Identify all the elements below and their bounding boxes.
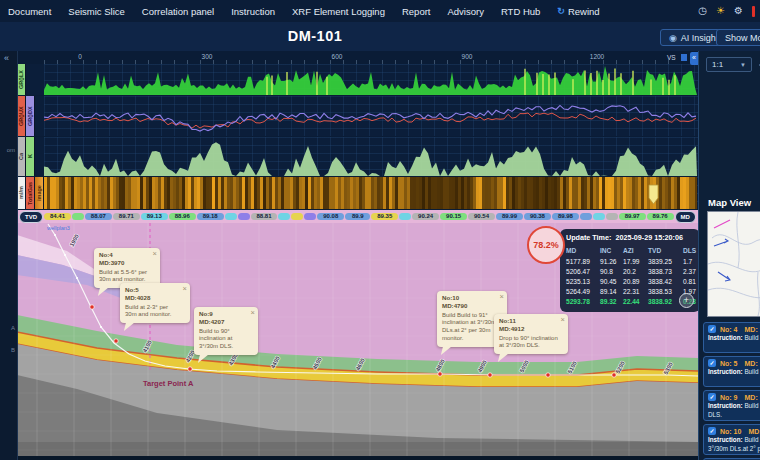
image-log-stripe xyxy=(524,177,527,209)
image-log-stripe xyxy=(548,177,551,209)
survey-column-header: DLS xyxy=(683,245,697,256)
track-curve-label: ml/m xyxy=(17,177,26,209)
zoom-in-button[interactable]: + xyxy=(679,293,694,308)
image-log-stripe xyxy=(536,177,539,209)
md-strip-chip: 90.24 xyxy=(412,213,439,220)
image-log-stripe xyxy=(425,177,428,209)
instruction-no: No: 5 xyxy=(720,360,738,367)
image-log-stripe xyxy=(614,177,617,209)
image-log-stripe xyxy=(161,177,164,209)
image-log-stripe xyxy=(635,177,638,209)
image-log-stripe xyxy=(305,177,308,209)
md-strip-chip xyxy=(580,213,592,220)
menu-item-correlation-panel[interactable]: Correlation panel xyxy=(142,6,214,17)
image-log-stripe xyxy=(578,177,581,209)
history-icon[interactable]: ◷ xyxy=(698,6,707,16)
instruction-md-label: MD: xyxy=(745,394,758,401)
image-log-stripe xyxy=(527,177,530,209)
menu-item-instruction[interactable]: Instruction xyxy=(231,6,275,17)
md-strip-chip: 89.71 xyxy=(113,213,140,220)
image-log-stripe xyxy=(392,177,395,209)
collapse-left-icon[interactable]: « xyxy=(0,51,17,63)
checkbox-checked[interactable]: ✓ xyxy=(708,359,716,367)
menu-item-rewind[interactable]: ↻Rewind xyxy=(557,6,599,17)
md-strip-chip: 89.13 xyxy=(141,213,168,220)
image-log-stripe xyxy=(521,177,524,209)
vs-axis-label: VS xyxy=(667,54,676,61)
collapse-right-panel-tab[interactable]: « xyxy=(690,52,698,65)
close-icon[interactable]: × xyxy=(153,249,157,258)
md-strip-chip: 90.15 xyxy=(440,213,467,220)
image-log-stripe xyxy=(98,177,101,209)
instruction-card[interactable]: ✓No: 4MD:3970Instruction: Build at 5.5-6… xyxy=(703,322,760,353)
menu-item-rtd-hub[interactable]: RTD Hub xyxy=(501,6,540,17)
image-log-stripe xyxy=(395,177,398,209)
instruction-card[interactable]: ✓No: 5MD:4028Instruction: Build at 2-3° … xyxy=(703,356,760,387)
image-log-stripe xyxy=(473,177,476,209)
menu-item-seismic-slice[interactable]: Seismic Slice xyxy=(68,6,125,17)
image-log-stripe xyxy=(587,177,590,209)
image-log-stripe xyxy=(296,177,299,209)
image-log-stripe xyxy=(683,177,686,209)
image-log-stripe xyxy=(260,177,263,209)
theme-icon[interactable]: ☀ xyxy=(716,6,725,16)
instruction-card[interactable]: ✓No: 9MD:4207Instruction: Build to 90° i… xyxy=(703,390,760,421)
image-log-stripe xyxy=(47,177,50,209)
close-icon[interactable]: × xyxy=(561,315,565,324)
menu-item-document[interactable]: Document xyxy=(8,6,51,17)
instruction-text: Instruction: Build at 2-3° per 30m and m… xyxy=(708,368,760,377)
settings-icon[interactable]: ⚙ xyxy=(734,6,743,16)
image-log-stripe xyxy=(179,177,182,209)
track-curve-label: TotalGas xyxy=(26,177,35,209)
image-log-stripe xyxy=(308,177,311,209)
image-log-stripe xyxy=(431,177,434,209)
close-icon[interactable]: × xyxy=(183,284,187,293)
instruction-md-label: MD: xyxy=(745,360,758,367)
image-log-stripe xyxy=(227,177,230,209)
tvd-axis-pill[interactable]: TVD xyxy=(19,211,43,223)
image-log-stripe xyxy=(107,177,110,209)
scale-select[interactable]: 1:1 ▼ xyxy=(706,57,752,72)
checkbox-checked[interactable]: ✓ xyxy=(708,325,716,333)
checkbox-checked[interactable]: ✓ xyxy=(708,427,716,435)
image-log-stripe xyxy=(56,177,59,209)
image-log-stripe xyxy=(143,177,146,209)
image-log-stripe xyxy=(677,177,680,209)
image-log-stripe xyxy=(446,177,449,209)
menu-item-report[interactable]: Report xyxy=(402,6,431,17)
instruction-label: Instruction: xyxy=(708,334,744,341)
md-strip-chip: 84.41 xyxy=(44,213,71,220)
image-log-stripe xyxy=(485,177,488,209)
menu-item-advisory[interactable]: Advisory xyxy=(447,6,483,17)
survey-cell: 22.44 xyxy=(623,296,646,306)
close-icon[interactable]: × xyxy=(251,308,255,317)
left-rail-fragment: A xyxy=(11,325,15,331)
ruler-tick-label: 1200 xyxy=(590,53,604,60)
image-log-stripe xyxy=(551,177,554,209)
show-model-button[interactable]: Show Model xyxy=(716,29,760,46)
image-log-stripe xyxy=(530,177,533,209)
survey-cell: 1.7 xyxy=(683,256,697,266)
image-log-stripe xyxy=(287,177,290,209)
image-log-stripe xyxy=(176,177,179,209)
image-log-stripe xyxy=(290,177,293,209)
instruction-card[interactable]: ✓No: 10MD:4790Instruction: Build Build t… xyxy=(703,424,760,455)
callout-title: No:9MD:4207 xyxy=(199,310,248,326)
right-sidebar: 1:1 ▼ Map View ✓No: 4MD:3970Instruction:… xyxy=(698,51,760,460)
image-log-stripe xyxy=(479,177,482,209)
instruction-callout: No:5MD:4028×Build at 2-3° per 30m and mo… xyxy=(120,283,190,323)
md-strip-chip: 89.35 xyxy=(371,213,398,220)
image-log-stripe xyxy=(674,177,677,209)
checkbox-checked[interactable]: ✓ xyxy=(708,393,716,401)
image-log-stripe xyxy=(269,177,272,209)
vs-axis-handle[interactable] xyxy=(681,54,687,61)
image-log-stripe xyxy=(596,177,599,209)
survey-cell: 5293.78 xyxy=(566,296,598,306)
image-log-stripe xyxy=(428,177,431,209)
md-axis-pill[interactable]: MD xyxy=(675,211,696,223)
menu-item-xrf-element-logging[interactable]: XRF Element Logging xyxy=(292,6,385,17)
md-strip-chip xyxy=(606,213,618,220)
image-log-stripe xyxy=(221,177,224,209)
close-icon[interactable]: × xyxy=(500,292,504,301)
md-strip-chip: 88.81 xyxy=(251,213,278,220)
